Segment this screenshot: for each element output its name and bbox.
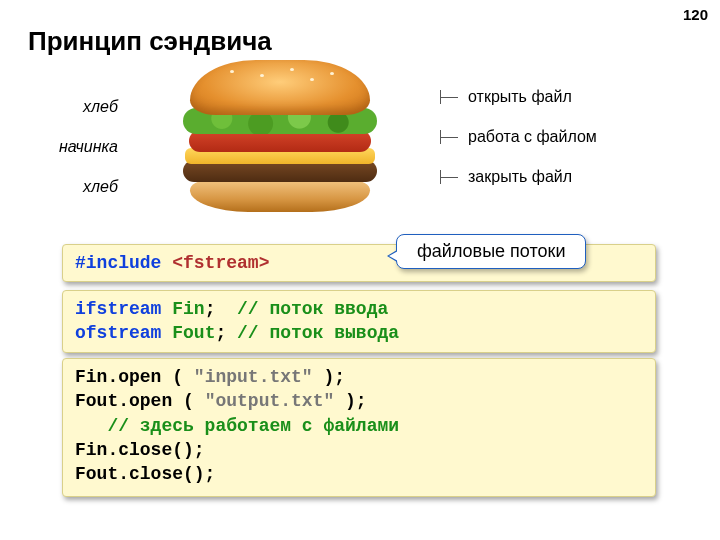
bun-bottom-icon [190,180,370,212]
code-comment: // здесь работаем с файлами [75,416,399,436]
code-keyword: #include [75,253,172,273]
callout-file-streams: файловые потоки [396,234,586,269]
code-ident: Fout [161,323,215,343]
code-keyword: ifstream [75,299,161,319]
label-open-file: открыть файл [468,88,572,106]
code-block-usage: Fin.open ( "input.txt" ); Fout.open ( "o… [62,358,656,497]
code-comment: // поток ввода [237,299,388,319]
sandwich-left-labels: хлеб начинка хлеб [38,90,118,218]
code-text: ); [334,391,366,411]
label-bread-bottom: хлеб [38,178,118,196]
code-ident: Fin [161,299,204,319]
code-string: "output.txt" [205,391,335,411]
tick-icon [440,90,458,104]
code-text: ; [215,323,237,343]
code-text: ); [313,367,345,387]
code-header: <fstream> [172,253,269,273]
code-comment: // поток вывода [237,323,399,343]
code-text: Fin.close(); [75,440,205,460]
label-filling: начинка [38,138,118,156]
code-keyword: ofstream [75,323,161,343]
tick-icon [440,130,458,144]
code-text: Fin.open ( [75,367,194,387]
page-title: Принцип сэндвича [28,26,272,57]
sandwich-illustration [155,60,405,220]
code-block-declare: ifstream Fin; // поток ввода ofstream Fo… [62,290,656,353]
label-bread-top: хлеб [38,98,118,116]
code-string: "input.txt" [194,367,313,387]
tick-icon [440,170,458,184]
code-text: Fout.open ( [75,391,205,411]
label-close-file: закрыть файл [468,168,572,186]
page-number: 120 [683,6,708,23]
code-text: Fout.close(); [75,464,215,484]
code-text: ; [205,299,237,319]
label-work-file: работа с файлом [468,128,597,146]
bun-top-icon [190,60,370,115]
sandwich-right-labels: открыть файл работа с файлом закрыть фай… [440,88,597,208]
